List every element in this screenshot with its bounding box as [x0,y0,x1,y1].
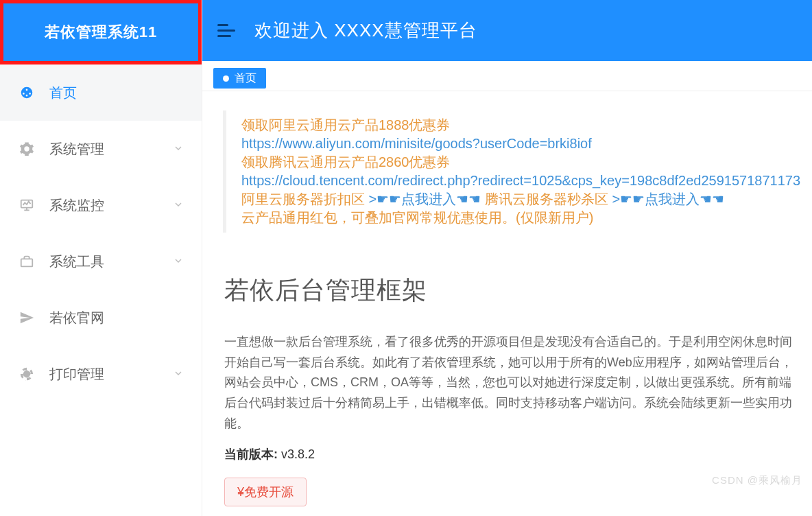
promo-line: 领取腾讯云通用云产品2860优惠券 [241,153,812,172]
topbar: 欢迎进入 XXXX慧管理平台 [202,0,812,61]
toolbox-icon [16,254,37,269]
promo-line: 云产品通用红包，可叠加官网常规优惠使用。(仅限新用户) [241,209,812,227]
promo-link[interactable]: https://www.aliyun.com/minisite/goods?us… [241,136,592,151]
article: 若依后台管理框架 一直想做一款后台管理系统，看了很多优秀的开源项目但是发现没有合… [202,274,812,516]
sidebar-item-system-monitor[interactable]: 系统监控 [0,177,202,233]
sidebar-item-home[interactable]: 首页 [0,64,202,121]
main-area: 欢迎进入 XXXX慧管理平台 首页 领取阿里云通用云产品1888优惠券 http… [202,0,812,516]
gear-icon [16,141,37,156]
promo-text: 阿里云服务器折扣区 [241,191,369,207]
promo-link[interactable]: >☛☛点我进入☚☚ [369,191,481,207]
free-open-source-button[interactable]: ¥免费开源 [224,478,307,506]
brand-title: 若依管理系统11 [3,3,198,61]
article-body: 一直想做一款后台管理系统，看了很多优秀的开源项目但是发现没有合适自己的。于是利用… [224,332,800,434]
dashboard-icon [16,85,37,100]
promo-link[interactable]: >☛☛点我进入☚☚ [612,191,724,207]
tabs-row: 首页 [202,61,812,91]
sidebar: 若依管理系统11 首页 系统管理 [0,0,202,516]
sidebar-item-label: 若依官网 [49,309,184,327]
sidebar-item-system-tools[interactable]: 系统工具 [0,233,202,290]
menu-toggle-icon[interactable] [217,24,235,37]
brand-highlight-box: 若依管理系统11 [0,0,202,64]
promo-block: 领取阿里云通用云产品1888优惠券 https://www.aliyun.com… [223,110,812,233]
version-label: 当前版本: [224,447,278,461]
paper-plane-icon [16,310,37,325]
article-title: 若依后台管理框架 [224,274,812,307]
sidebar-item-label: 系统管理 [49,140,173,159]
page-title: 欢迎进入 XXXX慧管理平台 [254,19,477,43]
sidebar-item-system-manage[interactable]: 系统管理 [0,121,202,177]
chevron-down-icon [173,141,184,157]
version-line: 当前版本: v3.8.2 [224,446,812,462]
sidebar-menu: 首页 系统管理 系统监控 [0,64,202,402]
chevron-down-icon [173,254,184,270]
version-value: v3.8.2 [281,447,315,461]
promo-link[interactable]: https://cloud.tencent.com/redirect.php?r… [241,173,800,188]
chevron-down-icon [173,366,184,382]
sidebar-item-label: 首页 [49,84,184,102]
promo-text: 腾讯云服务器秒杀区 [485,191,612,207]
svg-rect-1 [21,259,33,266]
tab-label: 首页 [235,71,256,86]
sidebar-item-official-site[interactable]: 若依官网 [0,290,202,346]
lifebuoy-icon [16,366,37,382]
content: 领取阿里云通用云产品1888优惠券 https://www.aliyun.com… [202,91,812,516]
sidebar-item-label: 打印管理 [49,365,173,384]
sidebar-item-label: 系统监控 [49,196,173,215]
promo-line: 领取阿里云通用云产品1888优惠券 [241,116,812,134]
tab-home[interactable]: 首页 [213,68,266,89]
monitor-icon [16,198,37,213]
chevron-down-icon [173,198,184,213]
tab-active-dot-icon [223,75,229,82]
sidebar-item-print-manage[interactable]: 打印管理 [0,346,202,402]
sidebar-item-label: 系统工具 [49,253,173,271]
